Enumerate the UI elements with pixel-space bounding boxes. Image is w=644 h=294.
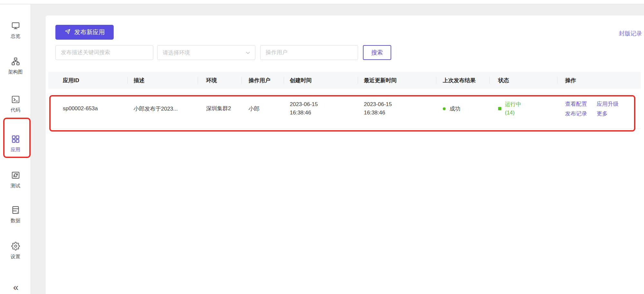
database-icon (11, 206, 20, 216)
environment-select-placeholder: 请选择环境 (163, 49, 190, 56)
chevron-down-icon (245, 50, 251, 55)
gear-icon (11, 242, 20, 252)
sitemap-icon (11, 57, 20, 67)
view-config-link[interactable]: 查看配置 (565, 101, 587, 107)
status-count: (14) (505, 109, 521, 117)
column-header-actions: 操作 (557, 72, 641, 89)
sidebar-item-label: 架构图 (8, 69, 23, 74)
status-text: 运行中 (505, 100, 521, 109)
last-result-text: 成功 (450, 105, 460, 113)
sidebar-item-label: 测试 (11, 183, 20, 188)
sidebar-item-label: 设置 (11, 254, 20, 259)
column-header-app-id: 应用ID (48, 72, 128, 89)
sidebar-item-overview[interactable]: 总览 (0, 21, 31, 38)
table-header-row: 应用ID 描述 环境 操作用户 创建时间 最近更新时间 上次发布结果 状态 操作 (48, 72, 641, 89)
publish-new-app-button[interactable]: 发布新应用 (55, 25, 114, 40)
sidebar-collapse-button[interactable]: « (0, 282, 31, 292)
sidebar-item-code[interactable]: 代码 (0, 95, 31, 112)
monitor-icon (11, 21, 20, 32)
cell-environment: 深圳集群2 (198, 104, 242, 113)
column-header-updated-time: 最近更新时间 (358, 72, 436, 89)
column-header-environment: 环境 (198, 72, 242, 89)
publish-button-label: 发布新应用 (74, 28, 105, 36)
sidebar-item-test[interactable]: 测试 (0, 171, 31, 188)
app-upgrade-link[interactable]: 应用升级 (597, 101, 619, 107)
send-icon (64, 28, 71, 36)
cell-actions: 查看配置 应用升级 发布记录 更多 (557, 101, 641, 116)
collapse-icon: « (13, 282, 18, 292)
column-header-created-time: 创建时间 (284, 72, 358, 89)
seal-record-link[interactable]: 封版记录 (619, 30, 642, 37)
column-header-last-result: 上次发布结果 (436, 72, 490, 89)
cell-description: 小郎发布于2023... (128, 105, 198, 113)
sidebar-item-label: 代码 (11, 107, 20, 112)
applications-table: 应用ID 描述 环境 操作用户 创建时间 最近更新时间 上次发布结果 状态 操作… (48, 72, 641, 129)
environment-select[interactable]: 请选择环境 (157, 45, 255, 60)
table-row: sp00002-653a 小郎发布于2023... 深圳集群2 小郎 2023-… (48, 89, 641, 129)
cell-last-result: 成功 (436, 105, 490, 113)
sidebar-item-label: 应用 (11, 147, 20, 152)
keyword-search-input[interactable] (55, 45, 153, 60)
sidebar-item-data[interactable]: 数据 (0, 206, 31, 223)
sidebar-item-settings[interactable]: 设置 (0, 242, 31, 259)
success-dot-icon (443, 107, 446, 110)
publish-record-link[interactable]: 发布记录 (565, 111, 587, 116)
cell-updated-time: 2023-06-15 16:38:46 (358, 100, 436, 117)
top-bar (0, 0, 644, 4)
main-panel: 发布新应用 封版记录 请选择环境 搜索 应用ID 描述 环境 操作用户 创建时间… (46, 15, 644, 294)
sidebar-item-label: 数据 (11, 218, 20, 223)
cell-created-time: 2023-06-15 16:38:46 (284, 100, 358, 117)
sidebar: 总览 架构图 代码 应用 测试 数据 设置 « (0, 5, 31, 294)
grid-icon (11, 135, 20, 145)
sidebar-item-applications[interactable]: 应用 (0, 135, 31, 152)
sidebar-item-architecture[interactable]: 架构图 (0, 57, 31, 74)
terminal-icon (11, 95, 20, 105)
filter-bar: 请选择环境 搜索 (55, 45, 391, 60)
column-header-description: 描述 (128, 72, 198, 89)
search-button[interactable]: 搜索 (363, 45, 391, 60)
operator-user-input[interactable] (260, 45, 358, 60)
running-square-icon (498, 107, 501, 110)
refresh-icon (11, 171, 20, 181)
column-header-operator: 操作用户 (242, 72, 284, 89)
cell-operator: 小郎 (242, 105, 284, 113)
cell-status: 运行中 (14) (490, 100, 557, 117)
sidebar-item-label: 总览 (11, 34, 20, 38)
column-header-status: 状态 (490, 72, 557, 89)
more-link[interactable]: 更多 (597, 111, 608, 116)
cell-app-id: sp00002-653a (48, 105, 128, 112)
